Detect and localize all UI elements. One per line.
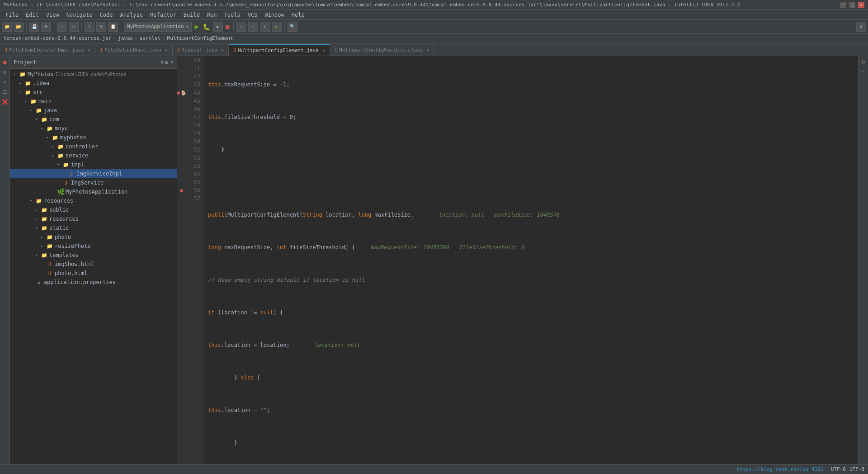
tree-item-idea[interactable]: ▸ 📁 .idea [10,79,177,88]
close-icon-multipartconfigfactory[interactable]: ✕ [426,47,429,52]
tree-item-public[interactable]: ▸ 📁 public [10,205,177,214]
tree-item-photo[interactable]: ▸ 📁 photo [10,232,177,242]
menu-code[interactable]: Code [96,11,117,19]
bc-servlet[interactable]: servlet [140,35,160,41]
debug-button[interactable]: 🐛 [202,23,211,30]
bc-jar[interactable]: tomcat-embed-core-9.0.44-sources.jar [4,35,111,41]
tree-item-myphotos[interactable]: ▾ 📁 MyPhotos E:\code\IDEA code\MyPhotos [10,70,177,79]
menu-vcs[interactable]: VCS [244,11,261,19]
linenum-56: 56 [190,186,200,194]
toolbar-copy-btn[interactable]: ⎘ [96,22,106,32]
tab-request[interactable]: J Request.java ✕ [173,44,229,56]
menu-refactor[interactable]: Refactor [146,11,180,19]
bc-class[interactable]: MultipartConfigElement [167,35,233,41]
tree-item-appprops[interactable]: ≡ application.properties [10,278,177,287]
tree-arrow-main: ▾ [24,99,30,104]
tab-icon-multipartconfigelement: J [233,48,236,53]
statusbar-encoding[interactable]: UTF-8 [831,466,846,472]
tree-item-java[interactable]: ▾ 📁 java [10,106,177,115]
close-button[interactable]: ✕ [858,2,864,8]
tree-item-src[interactable]: ▾ 📁 src [10,88,177,97]
toolbar-paste-btn[interactable]: 📋 [108,22,118,32]
maximize-button[interactable]: □ [849,2,855,8]
project-gear-icon[interactable]: ⊞ [165,59,169,65]
tab-multipartconfigelement[interactable]: J MultipartConfigElement.java ✕ [229,44,330,56]
left-icon-4[interactable]: ☰ [1,88,9,96]
tree-arrow-resources-main: ▾ [30,199,35,203]
toolbar-project-btn[interactable]: 📁 [2,22,12,32]
tree-item-imgserviceimpl[interactable]: J ImgServiceImpl [10,169,177,178]
project-sync-icon[interactable]: ⚙ [160,59,164,65]
close-icon-multipartconfigelement[interactable]: ✕ [322,48,325,53]
menu-window[interactable]: Window [261,11,288,19]
left-icon-3[interactable]: ⊖ [1,78,9,86]
toolbar-undo-btn[interactable]: ↩ [57,22,67,32]
tab-fileitemiteratorimpl[interactable]: J FileItemIteratorImpl.java ✕ [0,44,95,56]
toolbar-open-btn[interactable]: 📂 [14,22,24,32]
linenum-41: 41 [190,64,200,72]
code-editor[interactable]: this.maxRequestSize = -1; this.fileSizeT… [204,56,858,464]
tree-item-service[interactable]: ▾ 📁 service [10,151,177,160]
toolbar-step-out-btn[interactable]: ↑ [260,22,270,32]
left-icon-2[interactable]: ⊕ [1,68,9,76]
project-panel-header: Project ⚙ ⊞ ✕ [10,56,177,69]
left-icon-5[interactable]: ❌ [1,98,9,106]
classname-44: MultipartConfigElement [227,211,299,219]
tree-item-photo-html[interactable]: H photo.html [10,269,177,278]
right-icon-minimize[interactable]: — [859,67,868,75]
menu-build[interactable]: Build [180,11,203,19]
tree-item-impl[interactable]: ▾ 📁 impl [10,160,177,169]
menu-run[interactable]: Run [203,11,221,19]
left-icon-1[interactable]: ● [1,58,9,66]
tree-item-myphotos-pkg[interactable]: ▾ 📁 myphotos [10,133,177,142]
menu-view[interactable]: View [42,11,63,19]
toolbar-search-everywhere-btn[interactable]: 🔍 [288,22,297,32]
run-coverage-btn[interactable]: ▶ [213,22,223,32]
toolbar-redo-btn[interactable]: ↪ [69,22,79,32]
run-config-dropdown[interactable]: MyPhotosApplication ▾ [124,22,192,32]
tree-item-resources-main[interactable]: ▾ 📁 resources [10,196,177,205]
tree-item-controller[interactable]: ▸ 📁 controller [10,142,177,151]
tree-item-main[interactable]: ▾ 📁 main [10,97,177,106]
menu-tools[interactable]: Tools [221,11,244,19]
tab-multipartconfigfactory[interactable]: C MultipartConfigFactory.class ✕ [330,44,434,56]
folder-icon-myphotos: 📁 [19,71,26,77]
tree-label-main: main [38,98,52,104]
minimize-button[interactable]: ─ [840,2,846,8]
tree-item-myphotosapp[interactable]: 🌿 MyPhotosApplication [10,187,177,196]
right-icon-gear[interactable]: ⚙ [859,58,868,66]
close-icon-fileuploadbase[interactable]: ✕ [165,47,168,52]
menu-help[interactable]: Help [288,11,308,19]
tab-fileuploadbase[interactable]: J FileUploadBase.java ✕ [95,44,173,56]
gutter-49 [177,129,186,137]
project-close-icon[interactable]: ✕ [170,59,173,65]
run-button[interactable]: ▶ [193,22,200,31]
menu-file[interactable]: File [2,11,22,19]
tree-item-resources-sub[interactable]: ▸ 📁 resources [10,214,177,223]
tree-item-resizephoto[interactable]: ▸ 📁 resizePhoto [10,242,177,251]
tree-label-src: src [33,89,43,95]
toolbar-step-over-btn[interactable]: ⤵ [236,22,246,32]
kw-this-40: this [208,81,221,89]
toolbar-save-all-btn[interactable]: ⟳ [41,22,51,32]
tree-item-com[interactable]: ▾ 📁 com [10,115,177,124]
close-icon-request[interactable]: ✕ [221,47,224,52]
toolbar-step-into-btn[interactable]: ⤷ [248,22,258,32]
toolbar-cut-btn[interactable]: ✂ [85,22,94,32]
menu-navigate[interactable]: Navigate [63,11,96,19]
tree-item-templates[interactable]: ▾ 📁 templates [10,251,177,260]
code-container[interactable]: ● 🐕 ● [177,56,858,464]
tree-item-static[interactable]: ▾ 📁 static [10,223,177,232]
close-icon-fileitemiteratorimpl[interactable]: ✕ [88,47,90,52]
settings-btn[interactable]: ⚙ [856,22,866,32]
menu-analyze[interactable]: Analyze [116,11,146,19]
tree-item-imgshow[interactable]: H imgShow.html [10,260,177,269]
tree-item-muyu[interactable]: ▾ 📁 muyu [10,124,177,133]
tree-item-imgservice[interactable]: J ImgService [10,178,177,187]
toolbar-resume-btn[interactable]: ▶ [272,22,282,32]
toolbar-save-btn[interactable]: 💾 [29,22,39,32]
folder-icon-resizephoto: 📁 [46,243,53,249]
bc-javax[interactable]: javax [118,35,133,41]
menu-edit[interactable]: Edit [22,11,42,19]
stop-button[interactable]: ■ [225,23,230,30]
